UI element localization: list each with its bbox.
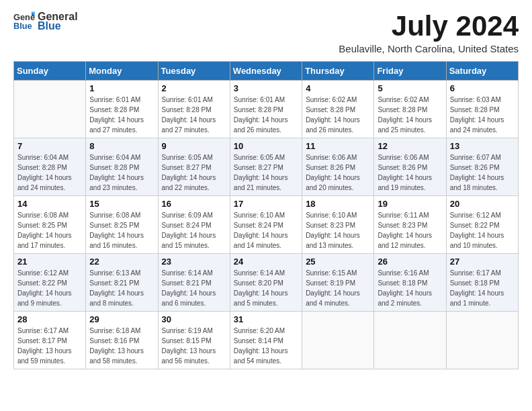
header-sunday: Sunday (14, 62, 86, 81)
day-info: Sunrise: 6:01 AMSunset: 8:28 PMDaylight:… (234, 95, 298, 135)
day-info: Sunrise: 6:05 AMSunset: 8:27 PMDaylight:… (162, 152, 226, 193)
calendar-day-cell (446, 312, 518, 369)
day-number: 21 (17, 257, 82, 267)
calendar-day-cell: 10Sunrise: 6:05 AMSunset: 8:27 PMDayligh… (230, 138, 302, 196)
calendar-day-cell: 14Sunrise: 6:08 AMSunset: 8:25 PMDayligh… (14, 196, 86, 254)
day-info: Sunrise: 6:19 AMSunset: 8:15 PMDaylight:… (162, 326, 226, 366)
calendar-week-row: 21Sunrise: 6:12 AMSunset: 8:22 PMDayligh… (14, 254, 519, 312)
calendar-day-cell: 22Sunrise: 6:13 AMSunset: 8:21 PMDayligh… (86, 254, 158, 312)
calendar-day-cell: 19Sunrise: 6:11 AMSunset: 8:23 PMDayligh… (374, 196, 446, 254)
day-number: 29 (89, 314, 154, 324)
day-number: 9 (162, 141, 226, 151)
calendar-day-cell: 7Sunrise: 6:04 AMSunset: 8:28 PMDaylight… (14, 138, 86, 196)
day-info: Sunrise: 6:09 AMSunset: 8:24 PMDaylight:… (162, 210, 226, 250)
day-number: 4 (306, 83, 370, 93)
title-area: July 2024 Beulaville, North Carolina, Un… (339, 11, 519, 54)
day-number: 10 (234, 141, 298, 151)
day-number: 15 (89, 199, 154, 209)
day-number: 20 (450, 199, 515, 209)
calendar-day-cell: 12Sunrise: 6:06 AMSunset: 8:26 PMDayligh… (374, 138, 446, 196)
day-number: 23 (162, 257, 226, 267)
calendar-day-cell: 26Sunrise: 6:16 AMSunset: 8:18 PMDayligh… (374, 254, 446, 312)
calendar-day-cell: 4Sunrise: 6:02 AMSunset: 8:28 PMDaylight… (302, 81, 374, 138)
header-friday: Friday (374, 62, 446, 81)
day-number: 30 (162, 314, 226, 324)
header-saturday: Saturday (446, 62, 518, 81)
calendar-day-cell: 31Sunrise: 6:20 AMSunset: 8:14 PMDayligh… (230, 312, 302, 369)
day-number: 12 (378, 141, 442, 151)
calendar-day-cell: 13Sunrise: 6:07 AMSunset: 8:26 PMDayligh… (446, 138, 518, 196)
calendar-week-row: 14Sunrise: 6:08 AMSunset: 8:25 PMDayligh… (14, 196, 519, 254)
calendar-day-cell: 27Sunrise: 6:17 AMSunset: 8:18 PMDayligh… (446, 254, 518, 312)
header-tuesday: Tuesday (158, 62, 230, 81)
logo: General Blue General Blue (13, 11, 78, 32)
day-info: Sunrise: 6:20 AMSunset: 8:14 PMDaylight:… (234, 326, 298, 366)
calendar-day-cell: 25Sunrise: 6:15 AMSunset: 8:19 PMDayligh… (302, 254, 374, 312)
day-info: Sunrise: 6:04 AMSunset: 8:28 PMDaylight:… (17, 152, 82, 193)
day-number: 7 (17, 141, 82, 151)
calendar-day-cell: 28Sunrise: 6:17 AMSunset: 8:17 PMDayligh… (14, 312, 86, 369)
day-info: Sunrise: 6:08 AMSunset: 8:25 PMDaylight:… (17, 210, 82, 250)
day-info: Sunrise: 6:12 AMSunset: 8:22 PMDaylight:… (450, 210, 515, 250)
calendar-day-cell: 5Sunrise: 6:02 AMSunset: 8:28 PMDaylight… (374, 81, 446, 138)
header-monday: Monday (86, 62, 158, 81)
day-number: 24 (234, 257, 298, 267)
day-number: 27 (450, 257, 515, 267)
main-title: July 2024 (339, 11, 519, 42)
day-info: Sunrise: 6:05 AMSunset: 8:27 PMDaylight:… (234, 152, 298, 193)
calendar-day-cell (302, 312, 374, 369)
day-number: 6 (450, 83, 515, 93)
day-info: Sunrise: 6:03 AMSunset: 8:28 PMDaylight:… (450, 95, 515, 135)
calendar-week-row: 28Sunrise: 6:17 AMSunset: 8:17 PMDayligh… (14, 312, 519, 369)
day-number: 11 (306, 141, 370, 151)
day-number: 16 (162, 199, 226, 209)
day-number: 19 (378, 199, 442, 209)
day-info: Sunrise: 6:08 AMSunset: 8:25 PMDaylight:… (89, 210, 154, 250)
calendar-header-row: SundayMondayTuesdayWednesdayThursdayFrid… (14, 62, 519, 81)
day-info: Sunrise: 6:17 AMSunset: 8:18 PMDaylight:… (450, 268, 515, 308)
calendar-day-cell: 6Sunrise: 6:03 AMSunset: 8:28 PMDaylight… (446, 81, 518, 138)
day-info: Sunrise: 6:17 AMSunset: 8:17 PMDaylight:… (17, 326, 82, 366)
svg-text:Blue: Blue (13, 21, 32, 31)
header-wednesday: Wednesday (230, 62, 302, 81)
day-info: Sunrise: 6:12 AMSunset: 8:22 PMDaylight:… (17, 268, 82, 308)
day-info: Sunrise: 6:10 AMSunset: 8:24 PMDaylight:… (234, 210, 298, 250)
day-info: Sunrise: 6:18 AMSunset: 8:16 PMDaylight:… (89, 326, 154, 366)
calendar-day-cell: 2Sunrise: 6:01 AMSunset: 8:28 PMDaylight… (158, 81, 230, 138)
calendar-day-cell: 3Sunrise: 6:01 AMSunset: 8:28 PMDaylight… (230, 81, 302, 138)
day-info: Sunrise: 6:02 AMSunset: 8:28 PMDaylight:… (378, 95, 442, 135)
day-number: 31 (234, 314, 298, 324)
day-info: Sunrise: 6:14 AMSunset: 8:21 PMDaylight:… (162, 268, 226, 308)
day-info: Sunrise: 6:15 AMSunset: 8:19 PMDaylight:… (306, 268, 370, 308)
day-number: 28 (17, 314, 82, 324)
calendar-day-cell: 17Sunrise: 6:10 AMSunset: 8:24 PMDayligh… (230, 196, 302, 254)
calendar-day-cell: 20Sunrise: 6:12 AMSunset: 8:22 PMDayligh… (446, 196, 518, 254)
day-number: 2 (162, 83, 226, 93)
calendar-day-cell: 1Sunrise: 6:01 AMSunset: 8:28 PMDaylight… (86, 81, 158, 138)
day-number: 14 (17, 199, 82, 209)
day-number: 17 (234, 199, 298, 209)
day-number: 8 (89, 141, 154, 151)
day-info: Sunrise: 6:07 AMSunset: 8:26 PMDaylight:… (450, 152, 515, 193)
header-thursday: Thursday (302, 62, 374, 81)
calendar-day-cell: 8Sunrise: 6:04 AMSunset: 8:28 PMDaylight… (86, 138, 158, 196)
day-info: Sunrise: 6:13 AMSunset: 8:21 PMDaylight:… (89, 268, 154, 308)
day-info: Sunrise: 6:06 AMSunset: 8:26 PMDaylight:… (378, 152, 442, 193)
day-info: Sunrise: 6:02 AMSunset: 8:28 PMDaylight:… (306, 95, 370, 135)
calendar-day-cell: 29Sunrise: 6:18 AMSunset: 8:16 PMDayligh… (86, 312, 158, 369)
day-info: Sunrise: 6:01 AMSunset: 8:28 PMDaylight:… (89, 95, 154, 135)
calendar-day-cell: 24Sunrise: 6:14 AMSunset: 8:20 PMDayligh… (230, 254, 302, 312)
day-number: 5 (378, 83, 442, 93)
day-number: 26 (378, 257, 442, 267)
day-number: 22 (89, 257, 154, 267)
subtitle: Beulaville, North Carolina, United State… (339, 43, 519, 54)
day-info: Sunrise: 6:11 AMSunset: 8:23 PMDaylight:… (378, 210, 442, 250)
day-number: 13 (450, 141, 515, 151)
day-info: Sunrise: 6:16 AMSunset: 8:18 PMDaylight:… (378, 268, 442, 308)
day-number: 18 (306, 199, 370, 209)
day-info: Sunrise: 6:06 AMSunset: 8:26 PMDaylight:… (306, 152, 370, 193)
calendar-week-row: 1Sunrise: 6:01 AMSunset: 8:28 PMDaylight… (14, 81, 519, 138)
day-info: Sunrise: 6:14 AMSunset: 8:20 PMDaylight:… (234, 268, 298, 308)
calendar-day-cell: 23Sunrise: 6:14 AMSunset: 8:21 PMDayligh… (158, 254, 230, 312)
logo-icon: General Blue (13, 11, 35, 32)
